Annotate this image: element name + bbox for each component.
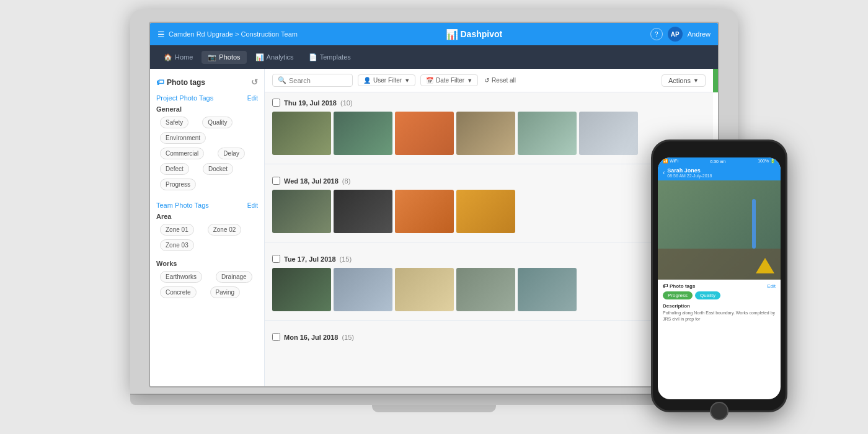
nav-photos-label: Photos	[219, 53, 240, 61]
actions-button[interactable]: Actions ▼	[662, 74, 706, 87]
phone-photo-pipe-element	[752, 199, 756, 249]
user-icon: 👤	[363, 77, 371, 84]
date-filter-label: Date Filter	[436, 77, 464, 84]
sidebar-reset-icon[interactable]: ↺	[251, 78, 258, 87]
tag-safety[interactable]: Safety	[160, 117, 188, 128]
team-tags-edit-link[interactable]: Edit	[247, 202, 258, 209]
phone-battery-icon: 100% 🔋	[758, 159, 776, 164]
tag-delay[interactable]: Delay	[218, 148, 245, 159]
search-box[interactable]: 🔍	[272, 74, 353, 87]
menu-icon[interactable]: ☰	[157, 30, 165, 39]
tag-progress[interactable]: Progress	[160, 179, 196, 190]
group-date-1: Thu 19, Jul 2018	[284, 99, 337, 107]
group-checkbox-4[interactable]	[272, 333, 280, 341]
phone-back-button[interactable]: ‹	[663, 169, 665, 176]
works-category: Works	[150, 257, 264, 268]
tag-zone01[interactable]: Zone 01	[160, 224, 194, 236]
calendar-icon: 📅	[426, 77, 433, 84]
group-checkbox-3[interactable]	[272, 255, 280, 263]
photo-thumb[interactable]	[579, 112, 638, 155]
phone-photo[interactable]	[658, 180, 781, 280]
phone-detail-area: 🏷 Photo tags Edit Progress Quality Descr…	[658, 280, 781, 326]
group-header-3: Tue 17, Jul 2018 (15)	[272, 255, 706, 263]
photo-thumb[interactable]	[518, 268, 577, 311]
phone-tag-progress[interactable]: Progress	[663, 291, 693, 299]
tag-icon: 🏷	[156, 78, 164, 87]
reset-button[interactable]: ↺ Reset all	[484, 77, 516, 84]
photo-thumb[interactable]	[518, 112, 577, 155]
phone-home-button[interactable]	[710, 402, 728, 420]
group-count-1: (10)	[340, 99, 353, 107]
group-count-2: (8)	[342, 177, 350, 185]
app-title-area: 📊 Dashpivot	[446, 29, 503, 40]
phone-tag-icon: 🏷	[663, 283, 668, 289]
photo-thumb[interactable]	[395, 112, 454, 155]
tag-defect[interactable]: Defect	[160, 163, 189, 175]
tag-zone02[interactable]: Zone 02	[208, 224, 242, 236]
photo-thumb[interactable]	[334, 112, 392, 155]
photo-thumb[interactable]	[272, 112, 331, 155]
group-header-1: Thu 19, Jul 2018 (10)	[272, 99, 706, 107]
phone-tags-header: 🏷 Photo tags Edit	[663, 283, 776, 289]
tag-quality[interactable]: Quality	[202, 117, 232, 128]
photo-thumb[interactable]	[395, 268, 454, 311]
nav-item-analytics[interactable]: 📊 Analytics	[249, 51, 300, 64]
laptop-stand	[372, 405, 496, 412]
group-header-2: Wed 18, Jul 2018 (8)	[272, 177, 706, 185]
nav-item-templates[interactable]: 📄 Templates	[303, 51, 357, 64]
photo-thumb[interactable]	[272, 190, 331, 233]
sidebar-header: 🏷 Photo tags ↺	[150, 74, 264, 91]
tag-environment[interactable]: Environment	[160, 132, 206, 144]
tag-concrete[interactable]: Concrete	[160, 286, 197, 298]
reset-label: Reset all	[492, 77, 516, 84]
search-input[interactable]	[289, 77, 347, 84]
help-icon[interactable]: ?	[650, 28, 663, 40]
search-icon: 🔍	[278, 76, 286, 84]
tag-drainage[interactable]: Drainage	[216, 271, 252, 283]
nav-home-label: Home	[175, 53, 193, 61]
phone-wrapper: 📶 WiFi 6:30 am 100% 🔋 ‹ Sarah Jones 08:5…	[651, 140, 787, 412]
photo-thumb[interactable]	[456, 268, 515, 311]
user-filter-button[interactable]: 👤 User Filter ▼	[358, 74, 415, 86]
tag-docket[interactable]: Docket	[203, 163, 233, 175]
works-tags-row: Earthworks Drainage Concrete Paving	[150, 268, 264, 301]
group-checkbox-1[interactable]	[272, 99, 280, 107]
nav-item-home[interactable]: 🏠 Home	[157, 51, 199, 64]
project-photo-tags-label: Project Photo Tags	[156, 94, 213, 102]
analytics-icon: 📊	[255, 53, 264, 61]
photo-thumb[interactable]	[272, 268, 331, 311]
group-count-3: (15)	[340, 255, 352, 263]
tag-earthworks[interactable]: Earthworks	[160, 271, 202, 283]
tag-zone03[interactable]: Zone 03	[160, 239, 194, 251]
nav-templates-label: Templates	[320, 53, 351, 61]
photo-thumb[interactable]	[334, 190, 392, 233]
phone-tags-edit-link[interactable]: Edit	[767, 283, 776, 289]
phone-tag-quality[interactable]: Quality	[695, 291, 720, 299]
photo-thumb[interactable]	[456, 112, 515, 155]
photo-thumb[interactable]	[456, 190, 515, 233]
nav-item-photos[interactable]: 📷 Photos	[202, 51, 246, 64]
tag-commercial[interactable]: Commercial	[160, 148, 204, 159]
user-filter-label: User Filter	[373, 77, 402, 84]
date-filter-button[interactable]: 📅 Date Filter ▼	[420, 74, 478, 86]
phone-description-title: Description	[663, 303, 776, 309]
actions-label: Actions	[668, 77, 691, 84]
group-count-4: (15)	[342, 334, 354, 341]
photo-thumb[interactable]	[334, 268, 392, 311]
green-accent-bar	[713, 69, 718, 92]
photo-group-2: Wed 18, Jul 2018 (8)	[265, 170, 713, 239]
area-category: Area	[150, 210, 264, 221]
avatar: AP	[668, 27, 683, 42]
photo-thumb[interactable]	[395, 190, 454, 233]
project-photo-tags-section: Project Photo Tags Edit	[150, 91, 264, 103]
chevron-down-icon-2: ▼	[467, 78, 472, 84]
phone-tags-title: 🏷 Photo tags	[663, 283, 695, 289]
group-checkbox-2[interactable]	[272, 177, 280, 185]
photo-group-3: Tue 17, Jul 2018 (15)	[265, 249, 713, 317]
project-tags-edit-link[interactable]: Edit	[247, 95, 258, 102]
area-tags-row: Zone 01 Zone 02 Zone 03	[150, 221, 264, 254]
top-bar-left: ☰ Camden Rd Upgrade > Construction Team	[157, 30, 298, 39]
group-header-4: Mon 16, Jul 2018 (15)	[272, 333, 706, 341]
tag-paving[interactable]: Paving	[210, 286, 241, 298]
phone-tags-label: Photo tags	[670, 283, 695, 289]
